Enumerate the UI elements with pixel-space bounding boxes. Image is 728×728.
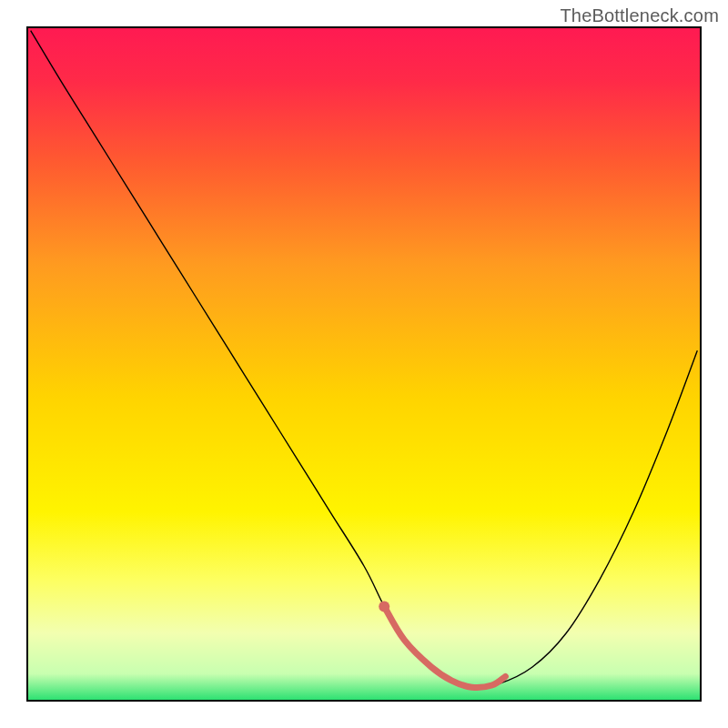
heatmap-background [27,27,701,701]
plot-area [27,27,701,701]
highlight-dot [379,601,389,612]
watermark-text: TheBottleneck.com [560,5,719,26]
chart-svg [0,0,728,728]
chart-container: TheBottleneck.com [0,0,728,728]
